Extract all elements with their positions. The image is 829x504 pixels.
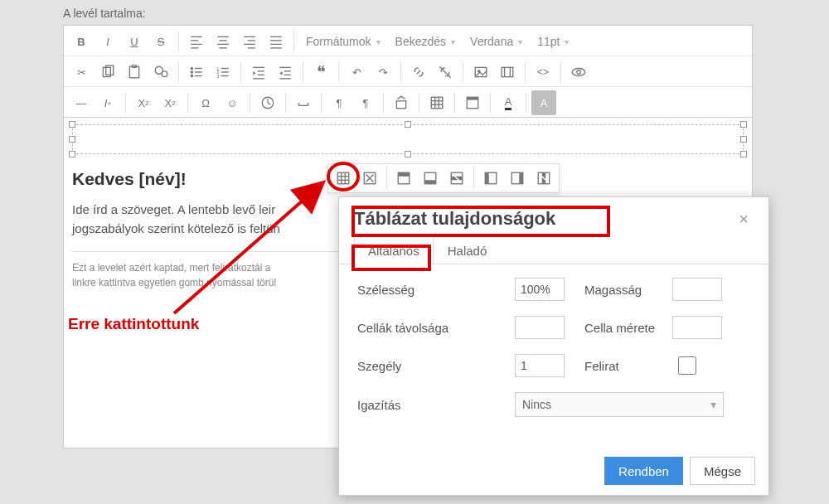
rtl-button[interactable]: ¶: [353, 90, 378, 115]
delete-col-button[interactable]: [531, 167, 556, 190]
align-left-button[interactable]: [184, 29, 209, 54]
outdent-button[interactable]: [246, 60, 271, 85]
resize-handle[interactable]: [740, 136, 747, 143]
underline-button[interactable]: U: [122, 29, 147, 54]
clearformat-button[interactable]: I×: [95, 90, 120, 115]
cut-button[interactable]: ✂: [69, 60, 94, 85]
cellpadding-input[interactable]: [672, 316, 722, 339]
resize-handle[interactable]: [69, 151, 75, 158]
delete-row-button[interactable]: [444, 167, 469, 190]
height-input[interactable]: [672, 278, 722, 301]
font-label: Verdana: [470, 35, 513, 48]
table-context-toolbar: [327, 163, 560, 193]
datetime-button[interactable]: [255, 90, 280, 115]
delete-table-button[interactable]: [357, 167, 382, 190]
preview-button[interactable]: [566, 60, 591, 85]
caption-checkbox[interactable]: [676, 356, 699, 375]
font-menu[interactable]: Verdana▾: [463, 29, 529, 54]
svg-rect-79: [485, 172, 489, 184]
textcolor-button[interactable]: A: [496, 90, 521, 115]
svg-rect-74: [424, 180, 436, 184]
unlink-button[interactable]: [433, 60, 458, 85]
specialchar-button[interactable]: Ω: [193, 90, 218, 115]
caret-icon: ▾: [565, 37, 569, 46]
code-button[interactable]: <>: [531, 60, 555, 85]
nbsp-button[interactable]: [291, 90, 316, 115]
formats-label: Formátumok: [306, 35, 371, 48]
table-button[interactable]: [424, 90, 449, 115]
fontsize-label: 11pt: [537, 35, 560, 48]
fontsize-menu[interactable]: 11pt▾: [531, 29, 575, 54]
insert-col-before-button[interactable]: [478, 167, 503, 190]
number-list-button[interactable]: 123: [211, 60, 235, 85]
strike-button[interactable]: S: [148, 29, 173, 54]
subscript-button[interactable]: X2: [131, 90, 156, 115]
italic-button[interactable]: I: [95, 29, 120, 54]
tab-advanced[interactable]: Haladó: [434, 236, 502, 264]
formats-menu[interactable]: Formátumok▾: [299, 29, 387, 54]
align-label: Igazítás: [357, 398, 515, 412]
toolbar-row-1: B I U S Formátumok▾ Bekezdés▾ Verdana▾ 1…: [64, 26, 752, 56]
dialog-close-button[interactable]: ×: [732, 207, 755, 230]
paste-button[interactable]: [122, 60, 147, 85]
copy-button[interactable]: [95, 60, 120, 85]
bold-button[interactable]: B: [69, 29, 94, 54]
toolbar-row-2: ✂ 123 ❝ ↶ ↷ <>: [64, 56, 752, 87]
svg-rect-18: [129, 66, 138, 78]
cellpadding-label: Cella mérete: [565, 321, 672, 335]
caret-icon: ▾: [451, 37, 455, 46]
tab-general[interactable]: Általános: [354, 236, 434, 264]
caret-icon: ▾: [376, 37, 381, 46]
bullet-list-button[interactable]: [184, 60, 209, 85]
cellspacing-input[interactable]: [515, 316, 565, 339]
align-center-button[interactable]: [211, 29, 235, 54]
resize-handle[interactable]: [740, 151, 747, 158]
superscript-button[interactable]: X2: [158, 90, 182, 115]
caption-label: Felirat: [565, 359, 672, 373]
indent-button[interactable]: [273, 60, 298, 85]
cancel-button[interactable]: Mégse: [690, 457, 755, 485]
svg-line-51: [268, 103, 270, 104]
find-button[interactable]: [148, 60, 173, 85]
align-right-button[interactable]: [237, 29, 262, 54]
ok-button[interactable]: Rendben: [604, 457, 683, 485]
svg-point-22: [191, 67, 192, 69]
svg-rect-55: [396, 101, 405, 109]
cellspacing-label: Cellák távolsága: [357, 321, 515, 335]
image-button[interactable]: [468, 60, 493, 85]
caret-icon: ▾: [710, 398, 716, 411]
insert-row-before-button[interactable]: [391, 167, 416, 190]
width-input[interactable]: [515, 278, 565, 301]
svg-point-47: [572, 69, 585, 76]
paragraph-menu[interactable]: Bekezdés▾: [389, 29, 462, 54]
redo-button[interactable]: ↷: [371, 60, 395, 85]
blockquote-button[interactable]: ❝: [308, 60, 333, 85]
hr-button[interactable]: —: [69, 90, 94, 115]
insert-row-after-button[interactable]: [418, 167, 443, 190]
resize-handle[interactable]: [69, 136, 75, 143]
svg-rect-56: [431, 97, 443, 109]
width-label: Szélesség: [357, 283, 515, 297]
anchor-button[interactable]: [389, 90, 414, 115]
insert-col-after-button[interactable]: [505, 167, 530, 190]
resize-handle[interactable]: [405, 121, 411, 128]
undo-button[interactable]: ↶: [344, 60, 369, 85]
svg-rect-44: [502, 67, 513, 76]
resize-handle[interactable]: [740, 121, 747, 128]
ltr-button[interactable]: ¶: [327, 90, 351, 115]
table-properties-button[interactable]: [331, 167, 356, 190]
bgcolor-button[interactable]: A: [531, 90, 556, 115]
svg-rect-63: [337, 172, 349, 184]
media-button[interactable]: [495, 60, 520, 85]
resize-handle[interactable]: [69, 121, 75, 128]
align-select[interactable]: Nincs ▾: [515, 392, 724, 417]
border-input[interactable]: [515, 354, 565, 377]
toolbar-row-3: — I× X2 X2 Ω ☺ ¶ ¶ A A: [64, 87, 752, 118]
link-button[interactable]: [406, 60, 431, 85]
align-justify-button[interactable]: [264, 29, 288, 54]
emoji-button[interactable]: ☺: [220, 90, 245, 115]
resize-handle[interactable]: [405, 151, 411, 158]
selected-table[interactable]: [72, 124, 744, 154]
template-button[interactable]: [460, 90, 485, 115]
align-select-value: Nincs: [522, 398, 551, 411]
